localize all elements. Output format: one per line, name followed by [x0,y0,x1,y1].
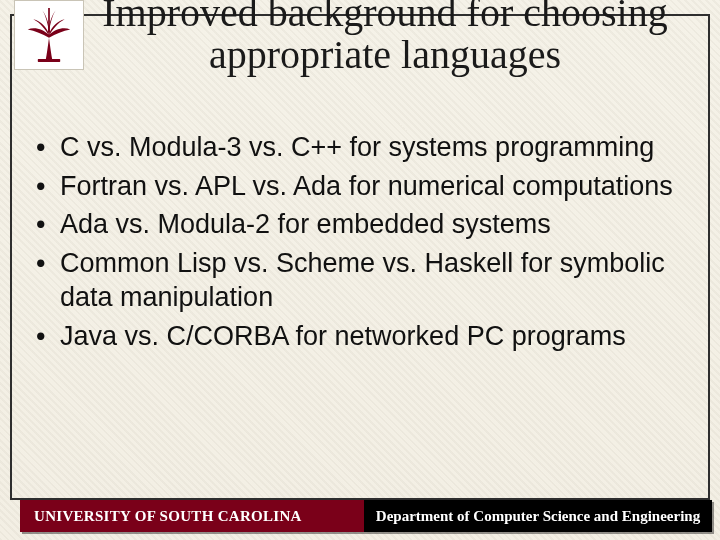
list-item: C vs. Modula-3 vs. C++ for systems progr… [34,130,690,165]
svg-rect-0 [38,59,60,62]
footer-department: Department of Computer Science and Engin… [364,500,712,532]
slide-title: Improved background for choosing appropr… [90,0,680,76]
slide: Improved background for choosing appropr… [0,0,720,540]
list-item: Ada vs. Modula-2 for embedded systems [34,207,690,242]
list-item: Fortran vs. APL vs. Ada for numerical co… [34,169,690,204]
list-item: Common Lisp vs. Scheme vs. Haskell for s… [34,246,690,315]
bullet-list: C vs. Modula-3 vs. C++ for systems progr… [34,130,690,357]
palmetto-tree-icon [21,7,77,63]
footer-university: UNIVERSITY OF SOUTH CAROLINA [20,500,364,532]
university-logo [14,0,84,70]
footer-bar: UNIVERSITY OF SOUTH CAROLINA Department … [20,500,712,532]
list-item: Java vs. C/CORBA for networked PC progra… [34,319,690,354]
